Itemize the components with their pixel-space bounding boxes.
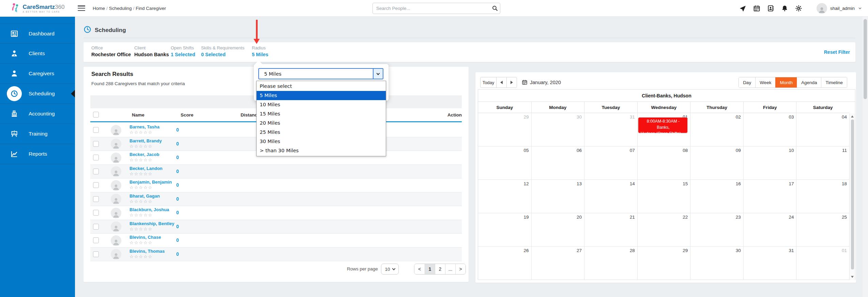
filter-skills-requirements[interactable]: Skills & Requirements0 Selected (201, 45, 244, 57)
calendar-icon[interactable] (753, 5, 760, 12)
calendar-scrollbar[interactable] (849, 113, 855, 280)
row-checkbox[interactable] (93, 182, 99, 188)
view-tab-week[interactable]: Week (755, 77, 775, 88)
calendar-day-cell[interactable]: 15 (637, 180, 690, 213)
caregiver-name-link[interactable]: Blevins, Chase (130, 235, 161, 240)
filter-radius[interactable]: Radius5 Miles (252, 45, 268, 57)
row-checkbox[interactable] (93, 224, 99, 230)
calendar-scroll-thumb[interactable] (851, 120, 854, 269)
next-page-button[interactable]: > (455, 264, 466, 274)
caregiver-name-link[interactable]: Becker, Landon (130, 166, 163, 171)
scroll-up-icon[interactable] (851, 115, 854, 118)
radius-option[interactable]: 25 Miles (257, 128, 386, 137)
calendar-day-cell[interactable]: 16 (690, 180, 743, 213)
radius-option[interactable]: 30 Miles (257, 137, 386, 146)
radius-option[interactable]: 5 Miles (257, 91, 386, 100)
filter-value[interactable]: Rochester Office (91, 52, 131, 57)
filter-open-shifts[interactable]: Open Shifts1 Selected (171, 45, 195, 57)
search-input[interactable] (373, 6, 490, 11)
radius-option[interactable]: Please select (257, 82, 386, 91)
calendar-day-cell[interactable]: 03 (743, 113, 796, 146)
calendar-day-cell[interactable]: 28 (584, 247, 637, 280)
sidebar-item-dashboard[interactable]: Dashboard (0, 24, 75, 44)
calendar-day-cell[interactable]: 21 (584, 213, 637, 246)
calendar-day-cell[interactable]: 22 (637, 213, 690, 246)
radius-option[interactable]: 20 Miles (257, 119, 386, 128)
menu-toggle-icon[interactable] (78, 5, 86, 12)
sidebar-item-reports[interactable]: Reports (0, 144, 75, 164)
search-icon[interactable] (490, 5, 500, 12)
filter-client[interactable]: ClientHudson Banks (134, 45, 169, 57)
caregiver-name-link[interactable]: Barnes, Tasha (130, 125, 159, 129)
select-dropdown-button[interactable] (373, 69, 383, 79)
calendar-day-cell[interactable]: 13 (531, 180, 584, 213)
calendar-day-cell[interactable]: 11 (796, 146, 849, 179)
calendar-day-cell[interactable]: 018:00AM-8:30AM -Banks,Hudson (Open Shif… (637, 113, 690, 146)
user-menu[interactable]: shail_admin (817, 0, 862, 17)
calendar-day-cell[interactable]: 09 (690, 146, 743, 179)
sidebar-item-accounting[interactable]: Accounting (0, 104, 75, 124)
prev-page-button[interactable]: < (414, 264, 425, 274)
rocket-icon[interactable] (739, 5, 746, 12)
page-scroll-thumb[interactable] (864, 19, 867, 99)
caregiver-name-link[interactable]: Blevins, Thomas (130, 249, 165, 254)
caregiver-name-link[interactable]: Becker, Jacob (130, 152, 159, 157)
calendar-day-cell[interactable]: 08 (637, 146, 690, 179)
view-tab-timeline[interactable]: Timeline (821, 77, 847, 88)
filter-office[interactable]: OfficeRochester Office (91, 45, 131, 57)
calendar-day-cell[interactable]: 20 (531, 213, 584, 246)
radius-select[interactable]: 5 Miles (258, 68, 383, 79)
calendar-day-cell[interactable]: 12 (478, 180, 531, 213)
row-checkbox[interactable] (93, 155, 99, 160)
breadcrumb-link-scheduling[interactable]: Scheduling (109, 6, 132, 11)
app-logo[interactable]: CareSmartz360 A BETTER WAY TO CARE (0, 0, 75, 17)
radius-option[interactable]: > than 30 Miles (257, 146, 386, 155)
sidebar-item-caregivers[interactable]: Caregivers (0, 64, 75, 84)
page-scrollbar[interactable] (863, 17, 868, 297)
today-button[interactable]: Today (480, 77, 497, 88)
rows-per-page-select[interactable]: 10 (381, 264, 399, 275)
reset-filter-link[interactable]: Reset Filter (824, 42, 850, 62)
next-month-button[interactable] (506, 77, 517, 88)
row-checkbox[interactable] (93, 127, 99, 133)
calendar-day-cell[interactable]: 27 (531, 247, 584, 280)
row-checkbox[interactable] (93, 196, 99, 202)
row-checkbox[interactable] (93, 237, 99, 243)
filter-value[interactable]: 1 Selected (171, 52, 195, 57)
calendar-day-cell[interactable]: 04 (796, 113, 849, 146)
select-all-checkbox[interactable] (93, 112, 99, 118)
calendar-day-cell[interactable]: 31 (743, 247, 796, 280)
view-tab-agenda[interactable]: Agenda (797, 77, 821, 88)
calendar-day-cell[interactable]: 30 (690, 247, 743, 280)
calendar-day-cell[interactable]: 29 (478, 113, 531, 146)
view-tab-month[interactable]: Month (775, 77, 797, 88)
breadcrumb-link-find-caregiver[interactable]: Find Caregiver (136, 6, 166, 11)
radius-option[interactable]: 10 Miles (257, 100, 386, 109)
row-checkbox[interactable] (93, 141, 99, 147)
settings-icon[interactable] (795, 5, 802, 12)
calendar-day-cell[interactable]: 14 (584, 180, 637, 213)
view-tab-day[interactable]: Day (739, 77, 755, 88)
calendar-day-cell[interactable]: 05 (478, 146, 531, 179)
calendar-day-cell[interactable]: 24 (743, 213, 796, 246)
notifications-icon[interactable] (781, 5, 788, 12)
calendar-day-cell[interactable]: 29 (637, 247, 690, 280)
sidebar-item-clients[interactable]: Clients (0, 44, 75, 64)
calendar-day-cell[interactable]: 07 (584, 146, 637, 179)
calendar-day-cell[interactable]: 10 (743, 146, 796, 179)
calendar-day-cell[interactable]: 30 (531, 113, 584, 146)
calendar-day-cell[interactable]: 18 (796, 180, 849, 213)
row-checkbox[interactable] (93, 251, 99, 257)
sidebar-item-scheduling[interactable]: Scheduling (0, 84, 75, 104)
page-button-1[interactable]: 1 (425, 264, 435, 274)
caregiver-name-link[interactable]: Bharat, Gagan (130, 194, 160, 199)
caregiver-name-link[interactable]: Barrett, Brandy (130, 139, 162, 143)
calendar-day-cell[interactable]: 25 (796, 213, 849, 246)
calendar-day-cell[interactable]: 23 (690, 213, 743, 246)
row-checkbox[interactable] (93, 169, 99, 174)
page-button-2[interactable]: 2 (435, 264, 445, 274)
calendar-day-cell[interactable]: 31 (584, 113, 637, 146)
caregiver-name-link[interactable]: Benjamin, Benjamin (130, 180, 172, 185)
filter-value[interactable]: 5 Miles (252, 52, 268, 57)
contacts-icon[interactable] (767, 5, 774, 12)
